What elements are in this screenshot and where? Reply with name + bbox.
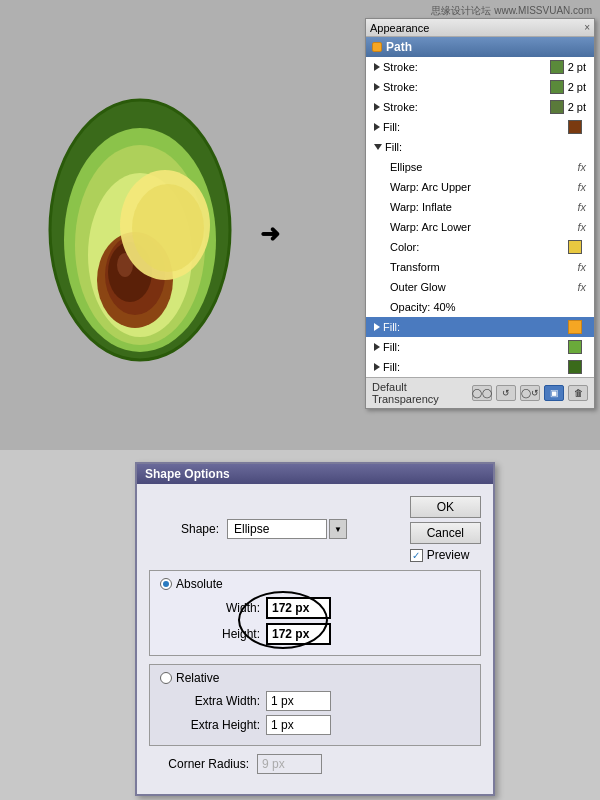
extra-width-label: Extra Width:	[180, 694, 260, 708]
relative-section: Relative Extra Width: Extra Height:	[149, 664, 481, 746]
extra-height-row: Extra Height:	[160, 715, 470, 735]
relative-radio-label[interactable]: Relative	[160, 671, 470, 685]
expand-icon-2[interactable]	[374, 83, 380, 91]
panel-title: Appearance	[370, 22, 429, 34]
corner-radius-label: Corner Radius:	[149, 757, 249, 771]
fill-row-1: Fill:	[366, 117, 594, 137]
arrow-indicator: ➜	[260, 220, 280, 248]
panel-footer: Default Transparency ◯◯ ↺ ◯↺ ▣ 🗑	[366, 377, 594, 408]
stroke-color-3[interactable]	[550, 100, 564, 114]
footer-transparency-label: Default Transparency	[372, 381, 472, 405]
panel-body: Stroke: 2 pt Stroke: 2 pt Stroke: 2 pt	[366, 57, 594, 377]
sub-ellipse: Ellipse fx	[382, 157, 594, 177]
cancel-button[interactable]: Cancel	[410, 522, 481, 544]
expand-icon-1[interactable]	[374, 63, 380, 71]
path-icon	[372, 42, 382, 52]
shape-label: Shape:	[149, 522, 219, 536]
fill-row-expanded: Fill:	[366, 137, 594, 157]
height-input[interactable]	[266, 623, 331, 645]
expand-icon-fill-highlighted[interactable]	[374, 323, 380, 331]
footer-icon-group: ◯◯ ↺ ◯↺ ▣ 🗑	[472, 385, 588, 401]
fill-color-green[interactable]	[568, 340, 582, 354]
footer-btn-4[interactable]: ▣	[544, 385, 564, 401]
extra-width-row: Extra Width:	[160, 691, 470, 711]
stroke-color-2[interactable]	[550, 80, 564, 94]
corner-radius-input[interactable]	[257, 754, 322, 774]
stroke-row-2: Stroke: 2 pt	[366, 77, 594, 97]
appearance-panel: Appearance × Path Stroke: 2 pt Stroke: 2…	[365, 18, 595, 409]
footer-btn-2[interactable]: ↺	[496, 385, 516, 401]
footer-btn-1[interactable]: ◯◯	[472, 385, 492, 401]
fill-color-1[interactable]	[568, 120, 582, 134]
dialog-titlebar: Shape Options	[137, 464, 493, 484]
fill-color-highlighted[interactable]	[568, 320, 582, 334]
width-row: Width:	[160, 597, 470, 619]
sub-opacity: Opacity: 40%	[382, 297, 594, 317]
absolute-label: Absolute	[176, 577, 223, 591]
extra-height-input[interactable]	[266, 715, 331, 735]
sub-transform: Transform fx	[382, 257, 594, 277]
shape-options-dialog: Shape Options Shape: Ellipse ▼ OK Cancel…	[135, 462, 495, 796]
width-label: Width:	[180, 601, 260, 615]
footer-btn-3[interactable]: ◯↺	[520, 385, 540, 401]
relative-label: Relative	[176, 671, 219, 685]
dialog-title: Shape Options	[145, 467, 230, 481]
path-title: Path	[386, 40, 412, 54]
panel-path-header: Path	[366, 37, 594, 57]
fill-row-highlighted[interactable]: Fill:	[366, 317, 594, 337]
sub-outer-glow: Outer Glow fx	[382, 277, 594, 297]
fill-color-dark-green[interactable]	[568, 360, 582, 374]
watermark: 思缘设计论坛 www.MISSVUAN.com	[431, 4, 592, 18]
fill-row-green: Fill:	[366, 337, 594, 357]
ok-button[interactable]: OK	[410, 496, 481, 518]
shape-select-wrapper: Ellipse ▼	[227, 519, 347, 539]
extra-height-label: Extra Height:	[180, 718, 260, 732]
fill-row-dark-green: Fill:	[366, 357, 594, 377]
absolute-radio[interactable]	[160, 578, 172, 590]
preview-checkbox[interactable]	[410, 549, 423, 562]
sub-color: Color:	[382, 237, 594, 257]
height-label: Height:	[180, 627, 260, 641]
canvas-area: ➜ Appearance × Path Stroke: 2 pt Strok	[0, 0, 600, 450]
sub-warp-arc-upper: Warp: Arc Upper fx	[382, 177, 594, 197]
expand-icon-3[interactable]	[374, 103, 380, 111]
stroke-row-3: Stroke: 2 pt	[366, 97, 594, 117]
expand-icon-fill-dark-green[interactable]	[374, 363, 380, 371]
extra-width-input[interactable]	[266, 691, 331, 711]
relative-radio[interactable]	[160, 672, 172, 684]
preview-label: Preview	[427, 548, 470, 562]
expand-icon-fill1[interactable]	[374, 123, 380, 131]
panel-close-button[interactable]: ×	[584, 22, 590, 33]
height-row: Height:	[160, 623, 470, 645]
sub-warp-arc-lower: Warp: Arc Lower fx	[382, 217, 594, 237]
dialog-body: Shape: Ellipse ▼ OK Cancel Preview Absol…	[137, 484, 493, 794]
corner-radius-row: Corner Radius:	[149, 754, 481, 774]
expand-icon-fill-down[interactable]	[374, 144, 382, 150]
svg-point-9	[132, 184, 204, 272]
stroke-row-1: Stroke: 2 pt	[366, 57, 594, 77]
width-input[interactable]	[266, 597, 331, 619]
shape-select[interactable]: Ellipse	[227, 519, 327, 539]
stroke-color-1[interactable]	[550, 60, 564, 74]
expand-icon-fill-green[interactable]	[374, 343, 380, 351]
shape-dropdown-arrow[interactable]: ▼	[329, 519, 347, 539]
panel-titlebar: Appearance ×	[366, 19, 594, 37]
sub-color-swatch[interactable]	[568, 240, 582, 254]
absolute-section: Absolute Width: Height:	[149, 570, 481, 656]
preview-wrapper: Preview	[410, 548, 481, 562]
shape-select-row: Shape: Ellipse ▼ OK Cancel Preview	[149, 496, 481, 562]
avocado-illustration	[30, 30, 270, 410]
absolute-radio-label[interactable]: Absolute	[160, 577, 470, 591]
footer-btn-trash[interactable]: 🗑	[568, 385, 588, 401]
sub-warp-inflate: Warp: Inflate fx	[382, 197, 594, 217]
